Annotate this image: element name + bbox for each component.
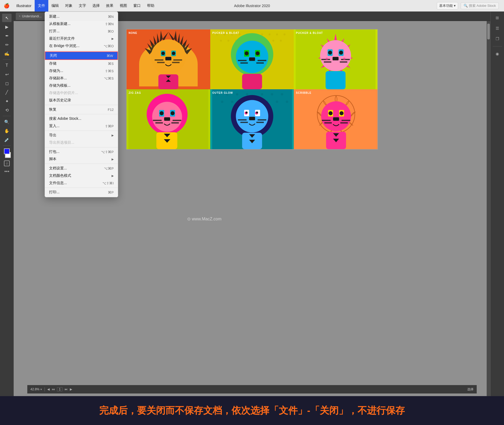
tool-line[interactable]: ╱ (2, 88, 12, 96)
svg-rect-70 (153, 120, 161, 121)
menu-file[interactable]: 文件 (35, 0, 48, 12)
tool-arc[interactable]: ↩ (2, 70, 12, 79)
divider (3, 59, 11, 60)
nav-play[interactable]: ⏮ (52, 387, 55, 391)
left-toolbar: ↖ ▶ ✒ ✏ ✍ T ↩ ◻ ╱ ✦ ⟲ 🔍 ✋ 💉 ∅ ••• (0, 12, 14, 425)
svg-point-81 (246, 93, 248, 96)
menu-item--------[interactable]: 文档设置...⌥⌘P (45, 165, 118, 172)
tool-more[interactable]: ••• (4, 169, 9, 174)
menu-item---[interactable]: 关闭⌘W (45, 51, 118, 60)
menu-help[interactable]: 帮助 (144, 0, 158, 12)
svg-point-27 (227, 40, 229, 42)
zoom-dropdown-icon[interactable]: ▾ (40, 388, 42, 391)
tab-close-button[interactable]: × (19, 15, 20, 18)
scrollbar-vertical[interactable] (487, 21, 490, 417)
panel-properties-icon[interactable]: ☰ (493, 24, 502, 33)
menu-item---------[interactable]: 存储为模板... (45, 82, 118, 89)
tool-eyedropper[interactable]: 💉 (2, 136, 12, 144)
tool-pencil[interactable]: ✍ (2, 49, 12, 58)
menu-item-label: 打印... (49, 190, 60, 195)
tool-direct-select[interactable]: ▶ (2, 23, 12, 31)
document-tab[interactable]: × Understandi... (16, 13, 45, 20)
panel-outer-glow-label: OUTER GLOW (212, 91, 233, 94)
menu-item------[interactable]: 新建...⌘N (45, 13, 118, 20)
menu-item------[interactable]: 打开...⌘O (45, 28, 118, 35)
menu-separator (45, 188, 118, 188)
menu-item--------[interactable]: 文件信息...⌥⇧⌘I (45, 179, 118, 187)
menu-item-label: 存储选中的切片... (49, 91, 78, 95)
zoom-level: 42.8% (30, 387, 39, 391)
menu-item-------[interactable]: 存储为...⇧⌘S (45, 67, 118, 75)
workspace-selector[interactable]: 基本功能 ▾ (437, 2, 458, 9)
tool-pen[interactable]: ✒ (2, 32, 12, 40)
artboard-mode: 选择 (467, 387, 474, 392)
menu-item-------[interactable]: 版本历史记录 (45, 97, 118, 104)
menu-item---[interactable]: 存储⌘S (45, 60, 118, 67)
panel-appearance-icon[interactable]: ◉ (493, 50, 502, 58)
menu-item------[interactable]: 打印...⌘P (45, 189, 118, 196)
menu-item---------[interactable]: 从模板新建...⇧⌘N (45, 20, 118, 28)
menu-item---[interactable]: 恢复F12 (45, 106, 118, 113)
apple-menu[interactable]: 🍎 (0, 3, 13, 9)
svg-rect-73 (171, 122, 179, 123)
panel-layers-icon[interactable]: ⊞ (493, 14, 502, 22)
tool-hand[interactable]: ✋ (2, 127, 12, 135)
svg-rect-58 (340, 61, 348, 63)
svg-rect-126 (342, 120, 350, 121)
menu-item--------[interactable]: 存储副本...⌥⌘S (45, 75, 118, 82)
nav-prev[interactable]: ◀ (47, 387, 50, 391)
menu-item---bridge-------[interactable]: 在 Bridge 中浏览...⌥⌘O (45, 42, 118, 50)
menu-view[interactable]: 视图 (117, 0, 130, 12)
menu-item---[interactable]: 导出▶ (45, 132, 118, 139)
menu-item------[interactable]: 打包...⌥⇧⌘P (45, 148, 118, 156)
nav-next-play[interactable]: ⏭ (65, 387, 68, 391)
menu-shortcut: ⌥⌘P (104, 167, 114, 170)
tool-brush[interactable]: ✏ (2, 40, 12, 49)
tool-zoom[interactable]: 🔍 (2, 118, 12, 126)
menu-item-label: 置入... (49, 124, 60, 128)
menu-item---[interactable]: 脚本▶ (45, 156, 118, 163)
foreground-color[interactable] (4, 148, 10, 154)
lion-outer-glow (210, 89, 294, 149)
menu-item--------[interactable]: 最近打开的文件▶ (45, 35, 118, 42)
svg-rect-103 (258, 119, 266, 121)
scrollbar-thumb[interactable] (487, 24, 490, 39)
menu-item-label: 导出 (49, 133, 56, 138)
lion-pucker2 (294, 29, 377, 89)
menu-separator (45, 147, 118, 147)
menu-effect[interactable]: 效果 (103, 0, 117, 12)
svg-rect-8 (155, 59, 163, 61)
nav-next[interactable]: ▶ (70, 387, 72, 391)
menu-window[interactable]: 窗口 (130, 0, 144, 12)
menu-shortcut: ⇧⌘P (105, 124, 114, 128)
tool-rect[interactable]: ◻ (2, 79, 12, 87)
chevron-down-icon: ▾ (454, 4, 456, 8)
search-icon: 🔍 (464, 4, 468, 8)
svg-point-118 (321, 101, 351, 131)
menu-select[interactable]: 选择 (89, 0, 103, 12)
menu-item-label: 存储 (49, 61, 56, 66)
panel-libraries-icon[interactable]: ❐ (493, 35, 502, 43)
zoom-control[interactable]: 42.8% ▾ (30, 387, 42, 391)
file-menu-dropdown[interactable]: 新建...⌘N从模板新建...⇧⌘N打开...⌘O最近打开的文件▶在 Bridg… (45, 12, 118, 197)
menu-shortcut: ⌘P (108, 190, 114, 194)
menu-object[interactable]: 对象 (62, 0, 76, 12)
menu-item------[interactable]: 置入...⇧⌘P (45, 122, 118, 130)
tool-star[interactable]: ✦ (2, 97, 12, 105)
menu-item-------[interactable]: 文档颜色模式▶ (45, 172, 118, 179)
tool-type[interactable]: T (2, 61, 12, 70)
svg-rect-124 (322, 120, 330, 121)
panel-divider (493, 46, 502, 46)
menu-illustrator[interactable]: Illustrator (13, 0, 35, 12)
menu-edit[interactable]: 编辑 (48, 0, 62, 12)
svg-point-67 (160, 111, 164, 115)
menu-item----adobe-stock---[interactable]: 搜索 Adobe Stock... (45, 115, 118, 122)
submenu-arrow-icon: ▶ (112, 174, 114, 178)
stock-search[interactable]: 🔍 搜索 Adobe Stock (461, 2, 499, 9)
tool-select[interactable]: ↖ (2, 14, 12, 22)
svg-rect-123 (333, 117, 339, 121)
menu-type[interactable]: 文字 (76, 0, 89, 12)
tool-rotate[interactable]: ⟲ (2, 106, 12, 114)
none-icon[interactable]: ∅ (4, 160, 10, 166)
svg-point-88 (281, 93, 283, 96)
